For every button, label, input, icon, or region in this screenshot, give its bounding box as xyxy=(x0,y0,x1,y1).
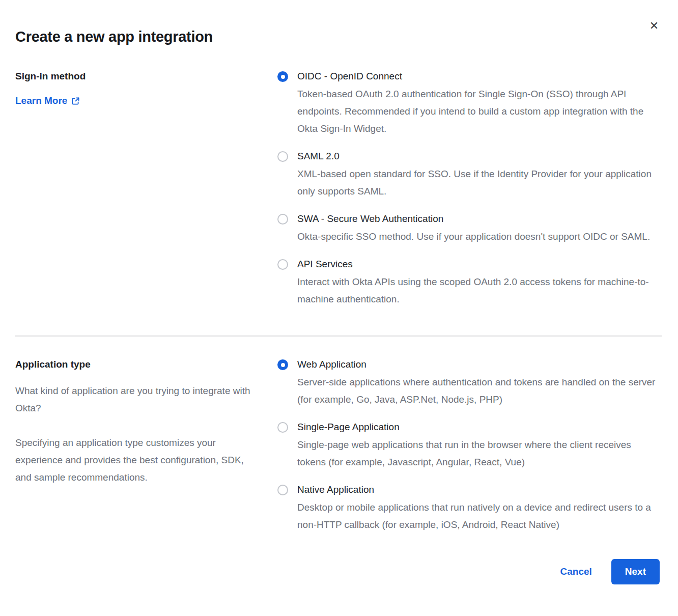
learn-more-link[interactable]: Learn More xyxy=(15,94,80,107)
close-icon[interactable]: ✕ xyxy=(647,19,661,33)
radio-option-native-application-description: Desktop or mobile applications that run … xyxy=(297,499,657,534)
application-type-options: Web Application Server-side applications… xyxy=(277,357,662,534)
radio-option-api-services-label: API Services xyxy=(297,257,657,272)
next-button[interactable]: Next xyxy=(611,559,660,584)
radio-button-web-application[interactable] xyxy=(277,359,288,370)
radio-option-swa[interactable]: SWA - Secure Web Authentication Okta-spe… xyxy=(277,211,662,245)
signin-method-left-column: Sign-in method Learn More xyxy=(15,69,277,308)
radio-button-native-application[interactable] xyxy=(277,485,288,495)
application-type-left-column: Application type What kind of applicatio… xyxy=(15,357,277,534)
radio-option-oidc[interactable]: OIDC - OpenID Connect Token-based OAuth … xyxy=(277,69,662,137)
radio-option-web-application-label: Web Application xyxy=(297,357,657,372)
radio-option-native-application-label: Native Application xyxy=(297,482,657,497)
radio-button-spa[interactable] xyxy=(277,422,288,433)
radio-option-native-application[interactable]: Native Application Desktop or mobile app… xyxy=(277,482,662,534)
radio-option-spa-description: Single-page web applications that run in… xyxy=(297,436,657,471)
create-app-integration-dialog: ✕ Create a new app integration Sign-in m… xyxy=(0,0,678,616)
application-type-help-text: Specifying an application type customize… xyxy=(15,434,261,486)
radio-option-api-services[interactable]: API Services Interact with Okta APIs usi… xyxy=(277,257,662,308)
cancel-button[interactable]: Cancel xyxy=(560,566,592,577)
radio-option-web-application-description: Server-side applications where authentic… xyxy=(297,374,657,408)
application-type-label: Application type xyxy=(15,357,277,372)
section-divider xyxy=(15,335,662,337)
radio-button-api-services[interactable] xyxy=(277,259,288,270)
signin-method-section: Sign-in method Learn More OIDC - OpenID … xyxy=(15,69,662,308)
radio-button-oidc[interactable] xyxy=(277,71,288,82)
radio-option-saml-label: SAML 2.0 xyxy=(297,149,657,164)
radio-option-oidc-label: OIDC - OpenID Connect xyxy=(297,69,657,84)
radio-option-saml-description: XML-based open standard for SSO. Use if … xyxy=(297,165,657,200)
radio-option-web-application[interactable]: Web Application Server-side applications… xyxy=(277,357,662,408)
application-type-section: Application type What kind of applicatio… xyxy=(15,357,662,534)
radio-button-saml[interactable] xyxy=(277,151,288,162)
application-type-question: What kind of application are you trying … xyxy=(15,382,261,417)
signin-method-label: Sign-in method xyxy=(15,69,277,84)
learn-more-label: Learn More xyxy=(15,94,67,107)
radio-option-spa-label: Single-Page Application xyxy=(297,419,657,435)
radio-option-saml[interactable]: SAML 2.0 XML-based open standard for SSO… xyxy=(277,149,662,200)
radio-option-spa[interactable]: Single-Page Application Single-page web … xyxy=(277,419,662,471)
radio-button-swa[interactable] xyxy=(277,214,288,225)
radio-option-swa-description: Okta-specific SSO method. Use if your ap… xyxy=(297,228,650,245)
radio-option-oidc-description: Token-based OAuth 2.0 authentication for… xyxy=(297,86,657,137)
page-title: Create a new app integration xyxy=(15,29,662,45)
radio-option-api-services-description: Interact with Okta APIs using the scoped… xyxy=(297,273,657,308)
dialog-footer: Cancel Next xyxy=(15,559,662,584)
signin-method-options: OIDC - OpenID Connect Token-based OAuth … xyxy=(277,69,662,308)
radio-option-swa-label: SWA - Secure Web Authentication xyxy=(297,211,650,227)
external-link-icon xyxy=(71,97,80,105)
